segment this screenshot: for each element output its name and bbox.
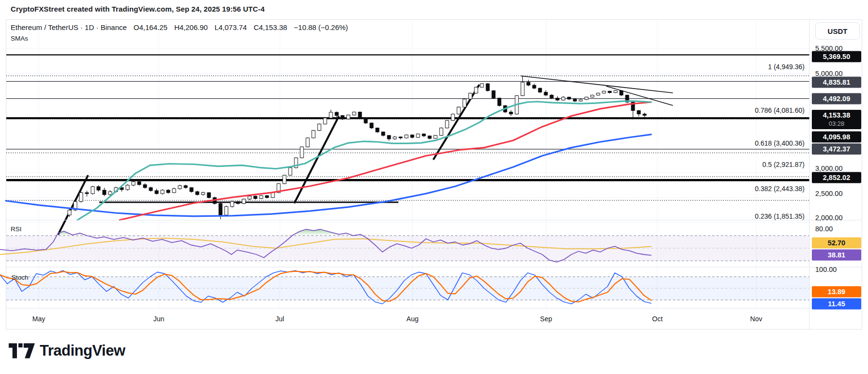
candlestick — [364, 118, 367, 123]
price-badge: 13.89 — [812, 286, 861, 298]
candlestick — [550, 95, 553, 98]
time-axis-label: Jun — [153, 315, 165, 323]
scale-tick: 2,000.00 — [815, 214, 842, 222]
candlestick — [492, 90, 495, 98]
candlestick — [469, 93, 472, 99]
candlestick — [306, 138, 309, 147]
candlestick — [219, 204, 222, 215]
indicator-label-smas[interactable]: SMAs — [11, 35, 28, 42]
candlestick — [318, 124, 321, 130]
candlestick — [608, 91, 611, 92]
price-badge: 3,472.37 — [812, 144, 861, 155]
chart-legend: Ethereum / TetherUS · 1D · Binance O4,16… — [11, 23, 348, 31]
candlestick — [172, 189, 176, 193]
candlestick — [137, 182, 141, 185]
candlestick — [85, 193, 89, 194]
fib-level-label: 0.382 (2,443.38) — [755, 185, 805, 193]
candlestick — [103, 190, 106, 194]
price-badge: 5,369.50 — [812, 51, 861, 62]
candlestick — [230, 202, 234, 207]
time-axis-label: Sep — [540, 315, 552, 323]
ohlc-open: O4,164.25 — [134, 23, 168, 31]
candlestick — [271, 193, 274, 197]
candlestick — [567, 97, 571, 99]
tradingview-logo[interactable]: TradingView — [9, 339, 125, 363]
candlestick — [445, 120, 449, 128]
candlestick — [289, 168, 292, 175]
candlestick — [300, 147, 304, 158]
time-axis-label: May — [32, 315, 45, 323]
candlestick — [201, 193, 205, 194]
stoch-pane-label[interactable]: Stoch — [12, 274, 29, 281]
candlestick — [474, 87, 478, 93]
price-badge: 4,153.3803:28 — [812, 110, 861, 129]
candlestick — [236, 202, 240, 204]
candlestick — [329, 112, 333, 118]
candlestick — [422, 134, 426, 136]
trendline — [521, 76, 673, 93]
candlestick — [393, 137, 396, 139]
price-badge: 4,095.98 — [812, 132, 861, 143]
candlestick — [538, 88, 542, 92]
price-badge: 2,852.02 — [812, 172, 861, 183]
fib-level-label: 0.786 (4,081.60) — [755, 106, 805, 114]
price-badge: 4,492.09 — [812, 93, 861, 105]
currency-toggle-button[interactable]: USDT — [815, 22, 860, 40]
time-axis-label: Aug — [407, 315, 419, 323]
candlestick — [614, 90, 617, 92]
candlestick — [68, 210, 71, 215]
candlestick — [248, 196, 251, 199]
candlestick — [556, 98, 559, 100]
candlestick — [527, 82, 530, 85]
candlestick — [283, 175, 286, 183]
candlestick — [399, 137, 402, 138]
candlestick — [451, 114, 455, 120]
time-axis-label: Nov — [750, 315, 762, 323]
candlestick — [196, 192, 199, 194]
candlestick — [370, 123, 373, 128]
candlestick — [411, 135, 414, 137]
price-badge: 38.81 — [812, 250, 861, 261]
candlestick — [643, 114, 646, 116]
candlestick — [207, 193, 211, 197]
candlestick — [498, 98, 501, 105]
time-axis-label: Jul — [275, 315, 284, 323]
candlestick — [591, 95, 594, 97]
candlestick — [79, 193, 83, 202]
price-badge: 11.45 — [812, 299, 861, 310]
candlestick — [457, 107, 460, 114]
candlestick — [347, 115, 350, 119]
candlestick — [335, 112, 338, 116]
candlestick — [585, 97, 588, 100]
candlestick — [620, 90, 623, 95]
candlestick — [132, 182, 135, 185]
candlestick — [178, 186, 182, 189]
candlestick — [352, 112, 356, 115]
time-axis-label: Oct — [652, 315, 663, 323]
tradingview-logo-text: TradingView — [40, 342, 125, 359]
candlestick — [167, 190, 170, 193]
candlestick — [149, 188, 152, 191]
fib-level-label: 1 (4,949.36) — [768, 63, 805, 71]
fib-level-label: 0.618 (3,400.36) — [755, 139, 805, 147]
symbol-title: Ethereum / TetherUS · 1D · Binance — [11, 23, 127, 31]
candlestick — [184, 186, 187, 188]
candlestick — [509, 112, 513, 114]
candlestick — [381, 132, 385, 135]
candlestick — [358, 112, 362, 118]
ohlc-low: L4,073.74 — [214, 23, 247, 31]
candlestick — [521, 82, 524, 96]
candlestick — [387, 135, 391, 139]
chart-canvas[interactable] — [0, 0, 868, 374]
price-badge: 52.70 — [812, 238, 861, 249]
candlestick — [533, 85, 536, 88]
tradingview-logo-icon — [9, 339, 35, 363]
trendline — [58, 175, 88, 235]
candlestick — [416, 134, 420, 137]
candlestick — [97, 187, 100, 190]
candlestick — [190, 188, 193, 192]
candlestick — [573, 99, 577, 101]
ohlc-close: C4,153.38 — [254, 23, 287, 31]
rsi-pane-label[interactable]: RSI — [11, 225, 22, 233]
candlestick — [440, 128, 443, 135]
